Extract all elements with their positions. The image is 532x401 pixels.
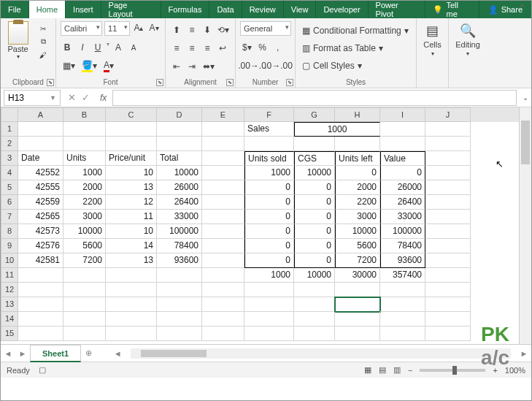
cell-B6[interactable]: 2200 (63, 195, 106, 210)
cell-H12[interactable] (335, 283, 380, 297)
cell-A15[interactable] (18, 326, 63, 341)
cell-I5[interactable]: 26000 (380, 180, 425, 195)
expand-formula-bar-icon[interactable]: ⌄ (523, 93, 528, 102)
cell-G10[interactable]: 0 (294, 253, 335, 268)
cell-C10[interactable]: 13 (106, 253, 157, 268)
cell-H6[interactable]: 2200 (335, 195, 380, 210)
font-color-button[interactable]: A▾ (101, 59, 116, 72)
cell-A5[interactable]: 42555 (18, 180, 63, 195)
cell-J1[interactable] (425, 122, 471, 137)
cell-B9[interactable]: 5600 (63, 239, 106, 253)
new-sheet-button[interactable]: ⊕ (81, 346, 96, 361)
cell-E5[interactable] (202, 180, 244, 195)
cell-G2[interactable] (294, 137, 335, 151)
cell-F15[interactable] (244, 326, 294, 341)
cell-J4[interactable] (425, 166, 471, 180)
cell-J7[interactable] (425, 210, 471, 224)
orientation-button[interactable]: ⟲▾ (216, 23, 231, 37)
cell-E12[interactable] (202, 283, 244, 297)
cell-C9[interactable]: 14 (106, 239, 157, 253)
cell-A7[interactable]: 42565 (18, 210, 63, 224)
cell-E8[interactable] (202, 224, 244, 239)
cells-menu-button[interactable]: ▤ Cells ▾ (421, 21, 444, 58)
cell-C8[interactable]: 10 (106, 224, 157, 239)
bold-button[interactable]: B (61, 41, 74, 54)
cell-D11[interactable] (157, 268, 202, 283)
cell-C11[interactable] (106, 268, 157, 283)
cell-G8[interactable]: 0 (294, 224, 335, 239)
row-header-8[interactable]: 8 (1, 224, 18, 239)
cell-C1[interactable] (106, 122, 157, 137)
cell-B11[interactable] (63, 268, 106, 283)
cell-A8[interactable]: 42573 (18, 224, 63, 239)
fx-icon[interactable]: fx (97, 93, 109, 103)
cell-A10[interactable]: 42581 (18, 253, 63, 268)
tab-home[interactable]: Home (29, 1, 66, 18)
sheet-tab-active[interactable]: Sheet1 (30, 345, 81, 362)
cell-B14[interactable] (63, 312, 106, 326)
row-header-12[interactable]: 12 (1, 283, 18, 297)
cell-J6[interactable] (425, 195, 471, 210)
col-header-I[interactable]: I (380, 107, 425, 122)
col-header-J[interactable]: J (425, 107, 471, 122)
cell-J14[interactable] (425, 312, 471, 326)
cell-F5[interactable]: 0 (244, 180, 294, 195)
macro-record-icon[interactable]: ▢ (39, 365, 46, 375)
cell-D14[interactable] (157, 312, 202, 326)
cell-F1[interactable]: Sales (244, 122, 294, 137)
formula-input[interactable] (112, 90, 517, 106)
cell-A3[interactable]: Date (18, 151, 63, 166)
cell-A14[interactable] (18, 312, 63, 326)
font-shrink-button[interactable]: A (127, 41, 140, 54)
cell-H3[interactable]: Units left (335, 151, 380, 166)
cell-J10[interactable] (425, 253, 471, 268)
cell-A2[interactable] (18, 137, 63, 151)
cell-H9[interactable]: 5600 (335, 239, 380, 253)
cell-I14[interactable] (380, 312, 425, 326)
increase-indent-button[interactable]: ⇥ (185, 60, 198, 73)
increase-font-button[interactable]: A▴ (132, 21, 145, 34)
cell-I15[interactable] (380, 326, 425, 341)
enter-formula-icon[interactable]: ✓ (82, 92, 90, 103)
align-bottom-button[interactable]: ⬇ (201, 23, 214, 37)
cell-I8[interactable]: 100000 (380, 224, 425, 239)
comma-button[interactable]: , (271, 41, 285, 54)
font-size-select[interactable]: 11 (104, 21, 130, 36)
cell-I6[interactable]: 26400 (380, 195, 425, 210)
cell-B10[interactable]: 7200 (63, 253, 106, 268)
cell-A13[interactable] (18, 297, 63, 312)
cell-D2[interactable] (157, 137, 202, 151)
row-header-5[interactable]: 5 (1, 180, 18, 195)
align-middle-button[interactable]: ≡ (185, 23, 198, 37)
cell-E4[interactable] (202, 166, 244, 180)
collapse-ribbon-icon[interactable]: ⌃ (518, 2, 527, 14)
fill-color-button[interactable]: 🪣▾ (80, 59, 99, 72)
hscroll-left[interactable]: ◄ (110, 346, 125, 361)
vertical-scrollbar[interactable] (519, 107, 531, 344)
cell-E11[interactable] (202, 268, 244, 283)
cell-D9[interactable]: 78400 (157, 239, 202, 253)
cell-A12[interactable] (18, 283, 63, 297)
cell-D13[interactable] (157, 297, 202, 312)
cell-E3[interactable] (202, 151, 244, 166)
page-layout-view-button[interactable]: ▤ (379, 365, 386, 375)
cell-D3[interactable]: Total (157, 151, 202, 166)
cell-C15[interactable] (106, 326, 157, 341)
alignment-dialog-launcher[interactable]: ⬊ (226, 79, 234, 86)
horizontal-scrollbar[interactable] (131, 348, 511, 359)
row-header-11[interactable]: 11 (1, 268, 18, 283)
cell-E2[interactable] (202, 137, 244, 151)
cell-D4[interactable]: 10000 (157, 166, 202, 180)
tab-data[interactable]: Data (209, 1, 242, 18)
cell-H7[interactable]: 3000 (335, 210, 380, 224)
cell-I7[interactable]: 33000 (380, 210, 425, 224)
cell-H14[interactable] (335, 312, 380, 326)
col-header-E[interactable]: E (202, 107, 244, 122)
decrease-indent-button[interactable]: ⇤ (170, 60, 183, 73)
select-all-corner[interactable] (1, 107, 18, 122)
cut-button[interactable]: ✂ (36, 23, 50, 34)
cell-J15[interactable] (425, 326, 471, 341)
number-format-select[interactable]: General (240, 21, 291, 36)
tell-me[interactable]: 💡Tell me (425, 1, 479, 18)
cell-I11[interactable]: 357400 (380, 268, 425, 283)
